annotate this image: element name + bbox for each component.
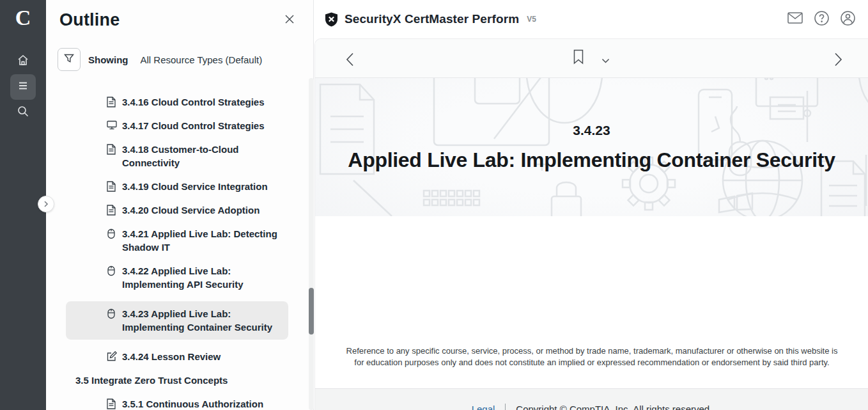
outline-scrollbar-track[interactable]: [309, 78, 314, 410]
outline-item[interactable]: 3.4.18 Customer-to-Cloud Connectivity: [66, 143, 288, 170]
help-icon: [814, 11, 829, 28]
document-icon: [107, 181, 117, 192]
shield-icon: [325, 12, 338, 27]
lesson-card: 3.4.23 Applied Live Lab: Implementing Co…: [314, 38, 868, 410]
app-header: SecurityX CertMaster Perform V5: [314, 0, 868, 38]
menu-icon: [17, 79, 29, 95]
close-outline-button[interactable]: [281, 11, 298, 30]
document-icon: [107, 205, 117, 216]
mail-icon: [787, 12, 803, 26]
filter-funnel-icon: [63, 52, 75, 67]
account-icon: [841, 11, 855, 28]
outline-item-selected[interactable]: 3.4.23 Applied Live Lab: Implementing Co…: [66, 301, 288, 340]
mouse-icon: [107, 308, 117, 319]
outline-item[interactable]: 3.4.22 Applied Live Lab: Implementing AP…: [66, 264, 288, 291]
bookmark-icon: [573, 56, 584, 67]
collapse-panel-button[interactable]: [38, 196, 54, 212]
outline-item[interactable]: 3.5.1 Continuous Authorization: [66, 397, 288, 410]
outline-section-header[interactable]: 3.5 Integrate Zero Trust Concepts: [66, 374, 288, 387]
search-icon: [17, 105, 29, 120]
outline-item-label: 3.4.20 Cloud Service Adoption: [122, 203, 288, 217]
lesson-body: Reference to any specific course, servic…: [315, 216, 868, 389]
outline-item[interactable]: 3.4.19 Cloud Service Integration: [66, 180, 288, 193]
monitor-icon: [107, 120, 117, 130]
outline-list: 3.4.16 Cloud Control Strategies 3.4.17 C…: [66, 95, 288, 410]
outline-item[interactable]: 3.4.21 Applied Live Lab: Detecting Shado…: [66, 227, 288, 254]
home-button[interactable]: [10, 49, 36, 74]
account-button[interactable]: [841, 11, 855, 28]
messages-button[interactable]: [787, 12, 803, 26]
next-lesson-button[interactable]: [832, 50, 845, 72]
outline-menu-button[interactable]: [10, 74, 36, 100]
filter-button[interactable]: [58, 48, 81, 71]
comptia-logo[interactable]: C: [15, 5, 31, 31]
outline-item[interactable]: 3.4.16 Cloud Control Strategies: [66, 95, 288, 109]
app-title: SecurityX CertMaster Perform: [345, 12, 519, 26]
main-content: SecurityX CertMaster Perform V5: [314, 0, 868, 410]
third-party-disclaimer: Reference to any specific course, servic…: [346, 345, 838, 368]
outline-item[interactable]: 3.4.17 Cloud Control Strategies: [66, 119, 288, 132]
close-icon: [284, 16, 295, 27]
document-icon: [107, 398, 117, 409]
lesson-hero-banner: 3.4.23 Applied Live Lab: Implementing Co…: [315, 78, 868, 216]
bookmark-button[interactable]: [573, 49, 584, 67]
app-version-badge: V5: [527, 15, 536, 24]
outline-scrollbar-thumb[interactable]: [309, 288, 314, 335]
copyright-text: Copyright © CompTIA, Inc. All rights res…: [505, 404, 712, 410]
chevron-down-icon: [601, 55, 610, 66]
edit-icon: [107, 351, 117, 361]
chevron-right-icon: [834, 58, 842, 68]
outline-item-label: 3.4.22 Applied Live Lab: Implementing AP…: [122, 264, 288, 291]
lesson-nav-toolbar: [315, 39, 868, 78]
filter-showing-label: Showing: [88, 54, 128, 65]
outline-panel: Outline Showing All Resource Types (Defa…: [46, 0, 314, 410]
outline-item-label: 3.4.17 Cloud Control Strategies: [122, 119, 288, 132]
outline-item-label: 3.4.19 Cloud Service Integration: [122, 180, 288, 193]
legal-link[interactable]: Legal: [472, 404, 506, 410]
help-button[interactable]: [814, 11, 829, 28]
outline-item-label: 3.4.21 Applied Live Lab: Detecting Shado…: [122, 227, 288, 254]
outline-item-label: 3.4.18 Customer-to-Cloud Connectivity: [122, 143, 288, 170]
mouse-icon: [107, 265, 117, 276]
previous-lesson-button[interactable]: [343, 50, 357, 72]
bookmark-menu-button[interactable]: [601, 55, 610, 67]
lesson-title: Applied Live Lab: Implementing Container…: [348, 148, 835, 172]
chevron-right-icon: [43, 198, 49, 210]
outline-item-label: 3.4.23 Applied Live Lab: Implementing Co…: [122, 307, 282, 334]
outline-item-label: 3.4.16 Cloud Control Strategies: [122, 95, 288, 109]
outline-item[interactable]: 3.4.24 Lesson Review: [66, 350, 288, 363]
search-button[interactable]: [10, 100, 36, 125]
filter-value[interactable]: All Resource Types (Default): [141, 54, 263, 65]
outline-item-label: 3.4.24 Lesson Review: [122, 350, 288, 363]
page-footer: Legal Copyright © CompTIA, Inc. All righ…: [315, 388, 868, 410]
document-icon: [107, 97, 117, 107]
mouse-icon: [107, 228, 117, 239]
outline-item-label: 3.5.1 Continuous Authorization: [122, 397, 288, 410]
outline-panel-title: Outline: [59, 10, 120, 30]
chevron-left-icon: [346, 58, 354, 68]
lesson-number: 3.4.23: [573, 123, 610, 138]
outline-item[interactable]: 3.4.20 Cloud Service Adoption: [66, 203, 288, 217]
document-icon: [107, 144, 117, 155]
home-icon: [17, 54, 29, 69]
